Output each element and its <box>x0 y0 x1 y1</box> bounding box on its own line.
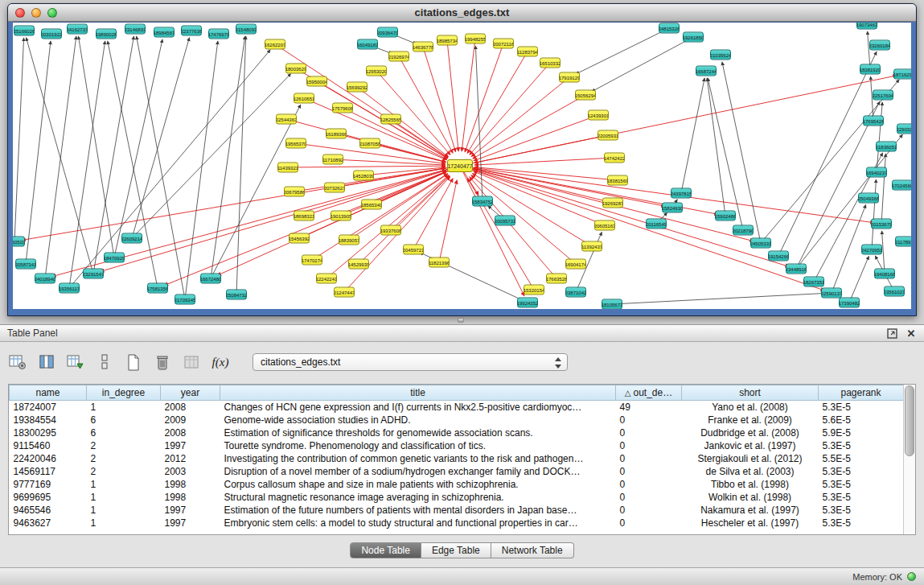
row-height-icon[interactable] <box>95 352 114 372</box>
table-cell[interactable]: 18724007 <box>10 401 87 414</box>
table-cell[interactable]: 5.3E-5 <box>819 504 904 517</box>
graph-node[interactable]: 20301922 <box>41 29 62 39</box>
close-panel-icon[interactable]: ✕ <box>906 328 917 339</box>
graph-node[interactable]: 19890028 <box>96 29 117 39</box>
table-cell[interactable]: 2003 <box>161 465 220 478</box>
table-cell[interactable]: 14569117 <box>10 465 87 478</box>
graph-node[interactable]: 18698321 <box>294 211 314 221</box>
graph-node[interactable]: 20072116 <box>493 39 514 49</box>
zoom-window-button[interactable] <box>47 8 57 18</box>
graph-node[interactable]: 12610651 <box>294 93 314 104</box>
graph-node[interactable]: 20218790 <box>733 225 754 236</box>
column-header-in_degree[interactable]: in_degree <box>87 385 161 401</box>
table-cell[interactable]: 0 <box>616 439 682 452</box>
table-cell[interactable]: 5.3E-5 <box>819 401 904 414</box>
table-row[interactable]: 1938455462009Genome-wide association stu… <box>10 414 904 426</box>
graph-node[interactable]: 17663528 <box>546 274 567 284</box>
graph-node[interactable]: 19337608 <box>380 225 401 236</box>
graph-node[interactable]: 16687244 <box>696 66 717 76</box>
table-cell[interactable]: Wolkin et al. (1998) <box>682 491 819 504</box>
graph-node[interactable]: 22609214 <box>121 233 142 244</box>
table-cell[interactable]: Estimation of significance thresholds fo… <box>220 426 616 439</box>
table-cell[interactable]: Dudbridge et al. (2008) <box>682 426 819 439</box>
function-builder-icon[interactable]: f(x) <box>211 352 230 372</box>
graph-node[interactable]: 25049368 <box>858 193 879 204</box>
graph-node[interactable]: 17390482 <box>839 298 860 308</box>
graph-node[interactable]: 19261850 <box>683 32 704 43</box>
table-cell[interactable]: Hescheler et al. (1997) <box>682 517 819 529</box>
table-cell[interactable]: 1997 <box>161 504 220 517</box>
graph-node[interactable]: 20936470 <box>377 27 398 38</box>
graph-node[interactable]: 25166026 <box>14 26 35 36</box>
graph-node[interactable]: 22005931 <box>598 130 618 141</box>
table-cell[interactable]: Corpus callosum shape and size in male p… <box>220 478 616 491</box>
table-cell[interactable]: 0 <box>616 426 682 439</box>
graph-node[interactable]: 12825565 <box>380 114 401 125</box>
graph-node[interactable]: 21035624 <box>710 50 731 60</box>
tab-network-table[interactable]: Network Table <box>491 542 574 558</box>
table-cell[interactable]: 5.9E-5 <box>819 426 904 439</box>
table-cell[interactable]: 5.3E-5 <box>819 491 904 504</box>
graph-node[interactable]: 21709345 <box>175 295 195 305</box>
column-header-year[interactable]: year <box>161 385 220 401</box>
table-cell[interactable]: 2012 <box>161 452 220 465</box>
table-cell[interactable]: 0 <box>616 465 682 478</box>
graph-node[interactable]: 19924352 <box>517 298 538 308</box>
table-cell[interactable]: 1 <box>87 504 161 517</box>
graph-node[interactable]: 21247447 <box>334 287 355 298</box>
table-cell[interactable]: 2 <box>87 452 161 465</box>
graph-node[interactable]: 19154266 <box>768 251 789 262</box>
table-cell[interactable]: 9465546 <box>10 504 87 517</box>
graph-node[interactable]: 21836051 <box>876 142 897 152</box>
graph-node[interactable]: 19073463 <box>856 22 877 30</box>
graph-node[interactable]: 17024568 <box>892 180 911 191</box>
column-header-short[interactable]: short <box>682 385 819 401</box>
table-cell[interactable]: 5.5E-5 <box>819 452 904 465</box>
graph-node[interactable]: 22544363 <box>276 114 297 125</box>
table-cell[interactable]: 5.3E-5 <box>819 517 904 529</box>
graph-node[interactable]: 19356117 <box>59 283 80 294</box>
graph-node[interactable]: 24270951 <box>861 245 882 255</box>
graph-node[interactable]: 20116549 <box>646 219 667 229</box>
graph-node[interactable]: 14528039 <box>353 171 374 181</box>
table-cell[interactable]: Franke et al. (2009) <box>682 414 819 426</box>
table-cell[interactable]: Embryonic stem cells: a model to study s… <box>220 517 616 529</box>
table-cell[interactable]: 1 <box>87 401 161 414</box>
window-titlebar[interactable]: citations_edges.txt <box>8 4 916 22</box>
graph-node[interactable]: 11392437 <box>581 241 602 252</box>
table-cell[interactable]: 9115460 <box>10 439 87 452</box>
graph-node[interactable]: 21548093 <box>236 24 257 35</box>
graph-node[interactable]: 17579608 <box>332 103 353 113</box>
table-cell[interactable]: 9463627 <box>10 517 87 529</box>
graph-node[interactable]: 15320154 <box>524 285 544 295</box>
graph-node[interactable]: 11821396 <box>429 257 450 268</box>
graph-node[interactable]: 20095731 <box>495 216 515 226</box>
column-header-pagerank[interactable]: pagerank <box>819 385 904 401</box>
table-cell[interactable]: 5.6E-5 <box>819 414 904 426</box>
table-cell[interactable]: Jankovic et al. (1997) <box>682 439 819 452</box>
graph-node[interactable]: 20679586 <box>284 187 305 197</box>
graph-node[interactable]: 24397815 <box>671 188 692 199</box>
table-row[interactable]: 946362711997Embryonic stem cells: a mode… <box>10 517 904 529</box>
merge-table-icon[interactable] <box>182 352 201 372</box>
table-cell[interactable]: 5.3E-5 <box>819 465 904 478</box>
graph-node[interactable]: 17476979 <box>208 29 229 39</box>
table-cell[interactable]: 2 <box>87 439 161 452</box>
table-row[interactable]: 1456911722003Disruption of a novel membe… <box>10 465 904 478</box>
import-table-icon[interactable] <box>66 352 85 372</box>
graph-node[interactable]: 19269287 <box>602 198 623 208</box>
graph-node[interactable]: 25084732 <box>226 290 247 300</box>
graph-node[interactable]: 20587341 <box>15 259 36 270</box>
graph-node[interactable]: 22903145 <box>897 124 911 134</box>
graph-node[interactable]: 21178934 <box>895 237 911 247</box>
graph-node[interactable]: 20153679 <box>871 219 892 229</box>
graph-node[interactable]: 19408166 <box>874 269 895 279</box>
graph-node[interactable]: 15456392 <box>289 233 310 244</box>
graph-node[interactable]: 16189366 <box>326 129 347 139</box>
graph-node[interactable]: 20459721 <box>403 245 424 255</box>
graph-node[interactable]: 16940237 <box>866 167 887 178</box>
graph-hub-node[interactable]: 17240477 <box>447 159 473 172</box>
network-canvas[interactable]: 1724047716262207180036291595000412610651… <box>13 22 911 309</box>
graph-node[interactable]: 14636778 <box>413 42 433 52</box>
table-cell[interactable]: 2009 <box>161 414 220 426</box>
